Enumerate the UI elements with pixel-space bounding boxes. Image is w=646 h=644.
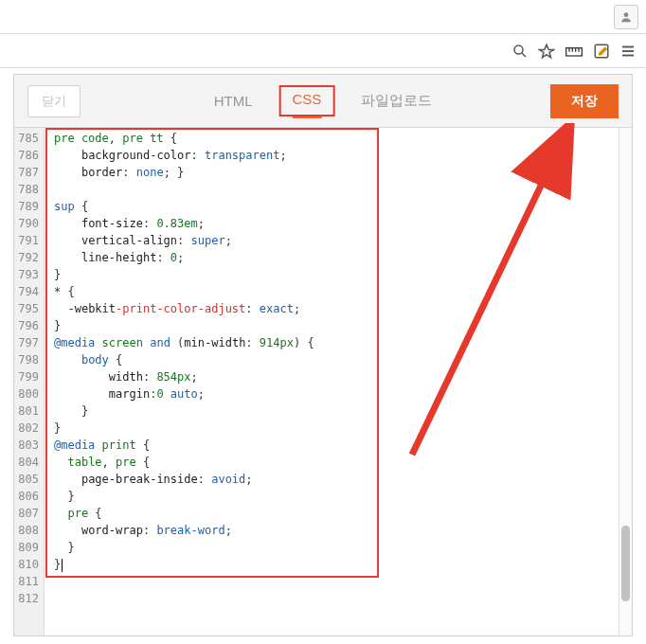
star-icon[interactable]	[538, 43, 555, 60]
editor-panel: 닫기 HTML CSS 파일업로드 저장 7857867877887897907…	[13, 74, 633, 636]
app-frame: 닫기 HTML CSS 파일업로드 저장 7857867877887897907…	[0, 0, 646, 644]
svg-marker-3	[540, 45, 554, 58]
line-number-gutter: 7857867877887897907917927937947957967977…	[14, 128, 45, 635]
tab-file-upload[interactable]: 파일업로드	[359, 88, 434, 114]
user-menu-button[interactable]	[614, 5, 638, 29]
editor-tabs: HTML CSS 파일업로드	[212, 85, 435, 116]
code-editor[interactable]: 7857867877887897907917927937947957967977…	[14, 128, 632, 635]
svg-point-0	[624, 12, 629, 17]
scrollbar-track[interactable]	[619, 128, 632, 635]
svg-point-1	[514, 45, 523, 54]
user-icon	[619, 10, 633, 24]
ruler-icon[interactable]	[565, 43, 583, 60]
editor-header: 닫기 HTML CSS 파일업로드 저장	[14, 75, 632, 128]
tab-css-highlight: CSS	[279, 85, 335, 116]
svg-rect-4	[566, 47, 583, 55]
edit-icon[interactable]	[593, 43, 610, 60]
tab-html[interactable]: HTML	[212, 89, 255, 113]
close-button[interactable]: 닫기	[27, 85, 81, 117]
svg-line-2	[522, 53, 526, 57]
window-top-bar	[0, 0, 646, 34]
browser-toolbar	[0, 34, 646, 68]
tab-css[interactable]: CSS	[291, 87, 324, 111]
menu-icon[interactable]	[619, 43, 637, 60]
scrollbar-thumb[interactable]	[621, 526, 630, 601]
code-content[interactable]: pre code, pre tt { background-color: tra…	[45, 128, 632, 635]
zoom-icon[interactable]	[511, 43, 529, 60]
save-button[interactable]: 저장	[550, 84, 619, 118]
